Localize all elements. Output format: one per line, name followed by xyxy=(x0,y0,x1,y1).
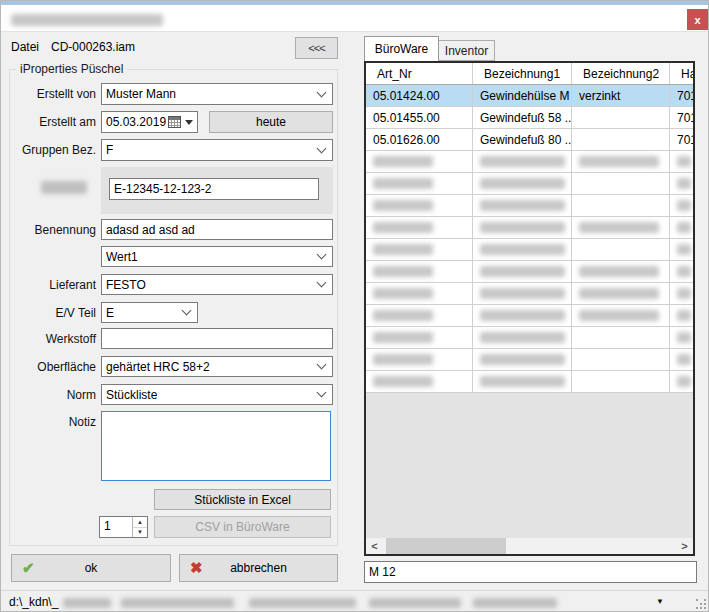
wert-combobox[interactable]: Wert1 xyxy=(101,246,333,267)
csv-buroware-button[interactable]: CSV in BüroWare xyxy=(154,516,331,538)
status-path-redacted xyxy=(249,598,356,608)
norm-value: Stückliste xyxy=(106,388,157,402)
table-cell-redacted xyxy=(366,371,473,392)
check-icon: ✔ xyxy=(22,559,35,577)
erstellt-von-combobox[interactable]: Muster Mann xyxy=(101,83,333,105)
close-icon: x xyxy=(694,14,700,26)
oberflaeche-combobox[interactable]: gehärtet HRC 58+2 xyxy=(101,356,333,377)
titlebar[interactable] xyxy=(1,5,709,32)
table-row-redacted[interactable] xyxy=(366,173,693,195)
lieferant-combobox[interactable]: FESTO xyxy=(101,274,333,295)
csv-count-stepper[interactable]: 1 ▲ ▼ xyxy=(99,516,148,538)
table-row[interactable]: 05.01424.00Gewindehülse M ...verzinkt701 xyxy=(366,85,693,107)
stueckliste-excel-button[interactable]: Stückliste in Excel xyxy=(154,489,331,510)
werkstoff-input[interactable] xyxy=(101,328,333,349)
search-filter-input[interactable] xyxy=(364,561,697,583)
scroll-left-icon[interactable]: < xyxy=(366,540,383,552)
app-window: x Datei CD-000263.iam <<< iProperties Pü… xyxy=(0,0,709,612)
scrollbar-thumb[interactable] xyxy=(386,538,506,554)
abbrechen-button-label: abbrechen xyxy=(230,561,287,575)
tab-buroware[interactable]: BüroWare xyxy=(364,36,439,61)
table-cell-redacted xyxy=(473,217,572,238)
table-cell-redacted xyxy=(366,217,473,238)
ev-teil-combobox[interactable]: E xyxy=(101,302,198,323)
chevron-down-icon xyxy=(317,87,327,97)
table-cell-redacted xyxy=(670,349,693,370)
table-row-redacted[interactable] xyxy=(366,261,693,283)
grid-empty-area xyxy=(366,393,693,538)
heute-button-label: heute xyxy=(256,115,286,129)
collapse-panel-button[interactable]: <<< xyxy=(295,37,338,59)
statusbar-dropdown-icon[interactable]: ▼ xyxy=(656,597,664,606)
tab-buroware-label: BüroWare xyxy=(375,42,429,56)
chevron-down-icon xyxy=(317,360,327,370)
collapse-icon: <<< xyxy=(308,42,324,54)
table-row-redacted[interactable] xyxy=(366,349,693,371)
gruppen-bez-value: F xyxy=(106,143,113,157)
wert-value: Wert1 xyxy=(106,250,138,264)
ident-nr-input[interactable] xyxy=(109,178,319,200)
abbrechen-button[interactable]: ✖ abbrechen xyxy=(179,554,338,582)
cross-icon: ✖ xyxy=(190,559,203,577)
table-cell-redacted xyxy=(572,195,670,216)
spinner-down-icon[interactable]: ▼ xyxy=(133,528,147,538)
table-row-redacted[interactable] xyxy=(366,283,693,305)
table-cell: 05.01424.00 xyxy=(366,85,473,106)
table-row-redacted[interactable] xyxy=(366,195,693,217)
heute-button[interactable]: heute xyxy=(209,111,333,133)
column-header[interactable]: Hau xyxy=(670,63,693,84)
table-row-redacted[interactable] xyxy=(366,239,693,261)
grid-header-row: Art_NrBezeichnung1Bezeichnung2Hau xyxy=(366,63,693,85)
table-row-redacted[interactable] xyxy=(366,151,693,173)
notiz-label: Notiz xyxy=(9,415,96,429)
table-cell-redacted xyxy=(670,305,693,326)
table-cell-redacted xyxy=(670,261,693,282)
erstellt-am-datepicker[interactable]: 05.03.2019 xyxy=(101,111,198,133)
table-row[interactable]: 05.01626.00Gewindefuß 80 ...701 xyxy=(366,129,693,151)
table-cell: 701 xyxy=(670,129,693,150)
file-name-value: CD-000263.iam xyxy=(51,40,135,54)
table-cell-redacted xyxy=(572,151,670,172)
table-cell-redacted xyxy=(572,283,670,304)
erstellt-am-value: 05.03.2019 xyxy=(106,115,166,129)
table-row-redacted[interactable] xyxy=(366,371,693,393)
table-cell xyxy=(572,107,670,128)
column-header[interactable]: Bezeichnung2 xyxy=(572,63,670,84)
column-header[interactable]: Art_Nr xyxy=(366,63,473,84)
table-row-redacted[interactable] xyxy=(366,305,693,327)
table-cell-redacted xyxy=(366,305,473,326)
spinner-up-icon[interactable]: ▲ xyxy=(133,517,147,528)
table-cell-redacted xyxy=(670,327,693,348)
gruppen-bez-combobox[interactable]: F xyxy=(101,139,333,161)
table-cell-redacted xyxy=(572,371,670,392)
column-header[interactable]: Bezeichnung1 xyxy=(473,63,572,84)
chevron-down-icon xyxy=(317,278,327,288)
ev-teil-label: E/V Teil xyxy=(9,306,96,320)
werkstoff-label: Werkstoff xyxy=(9,332,96,346)
table-cell-redacted xyxy=(670,195,693,216)
table-cell-redacted xyxy=(670,239,693,260)
table-row-redacted[interactable] xyxy=(366,217,693,239)
table-cell-redacted xyxy=(670,173,693,194)
notiz-textarea[interactable] xyxy=(101,411,331,481)
table-cell-redacted xyxy=(366,283,473,304)
status-path-redacted xyxy=(121,598,234,608)
norm-combobox[interactable]: Stückliste xyxy=(101,384,333,405)
ok-button[interactable]: ✔ ok xyxy=(11,554,171,582)
tab-inventor[interactable]: Inventor xyxy=(439,40,495,61)
tab-inventor-label: Inventor xyxy=(445,44,488,58)
table-cell-redacted xyxy=(473,327,572,348)
scroll-right-icon[interactable]: > xyxy=(676,540,693,552)
table-row-redacted[interactable] xyxy=(366,327,693,349)
close-button[interactable]: x xyxy=(687,9,708,30)
ok-button-label: ok xyxy=(85,561,98,575)
table-cell-redacted xyxy=(572,173,670,194)
lieferant-value: FESTO xyxy=(106,278,146,292)
benennung-label: Benennung xyxy=(9,223,96,237)
table-row[interactable]: 05.01455.00Gewindefuß 58 ...701 xyxy=(366,107,693,129)
table-cell-redacted xyxy=(572,349,670,370)
horizontal-scrollbar[interactable]: < > xyxy=(366,538,693,554)
benennung-input[interactable] xyxy=(101,219,333,240)
resize-grip[interactable] xyxy=(696,599,706,609)
table-cell-redacted xyxy=(572,239,670,260)
